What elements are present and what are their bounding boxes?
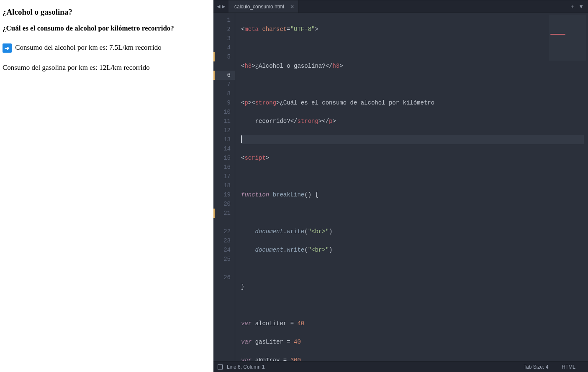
tab-bar: ◀ ▶ calculo_consumo.html ✕ ＋ ▼: [213, 0, 588, 13]
status-panel-icon[interactable]: [218, 364, 223, 369]
output-alcohol-label: Consumo del alcohol por km es:: [15, 43, 109, 51]
tab-menu-icon[interactable]: ▼: [578, 3, 584, 10]
browser-preview: ¿Alcohol o gasolina? ¿Cuál es el consumo…: [0, 0, 213, 372]
code-content[interactable]: <meta charset="UTF-8"> <h3>¿Alcohol o ga…: [235, 13, 588, 361]
code-editor: ◀ ▶ calculo_consumo.html ✕ ＋ ▼ 1 2 3 4 5…: [213, 0, 588, 372]
nav-forward-icon[interactable]: ▶: [222, 4, 225, 9]
close-tab-icon[interactable]: ✕: [290, 4, 294, 10]
tab-title: calculo_consumo.html: [234, 4, 284, 10]
tab-nav: ◀ ▶: [213, 0, 229, 13]
nav-back-icon[interactable]: ◀: [217, 4, 220, 9]
line-gutter: 1 2 3 4 5 · 6 7 8 9 10 11 12 13 14 15 16…: [213, 13, 235, 361]
page-heading: ¿Alcohol o gasolina?: [3, 8, 211, 17]
output-alcohol: ➔ Consumo del alcohol por km es: 7.5L/km…: [3, 43, 211, 53]
status-tab-size[interactable]: Tab Size: 4: [524, 364, 548, 370]
output-alcohol-value: 7.5L/km recorrido: [109, 43, 162, 51]
page-question: ¿Cuál es el consumo de alcohol por kilóm…: [3, 24, 211, 33]
status-syntax[interactable]: HTML: [562, 364, 575, 370]
tab-active[interactable]: calculo_consumo.html ✕: [229, 0, 299, 13]
output-gasoline: Consumo del gasolina por km es: 12L/km r…: [3, 64, 211, 72]
text-cursor: [241, 135, 242, 143]
status-cursor-position[interactable]: Line 6, Column 1: [227, 364, 265, 370]
code-area[interactable]: 1 2 3 4 5 · 6 7 8 9 10 11 12 13 14 15 16…: [213, 13, 588, 361]
minimap[interactable]: [549, 15, 586, 61]
status-bar: Line 6, Column 1 Tab Size: 4 HTML: [213, 361, 588, 372]
new-tab-icon[interactable]: ＋: [570, 3, 575, 10]
arrow-right-icon: ➔: [3, 43, 12, 53]
